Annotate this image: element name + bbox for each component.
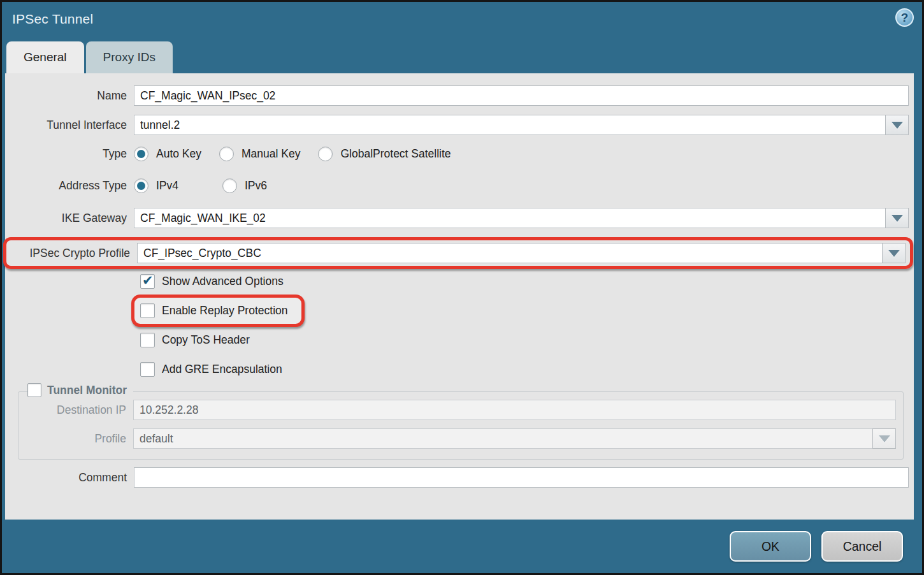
show-advanced-options-row: Show Advanced Options <box>140 274 909 289</box>
dialog-footer: OK Cancel <box>2 520 922 573</box>
dialog-title: IPSec Tunnel <box>12 11 93 26</box>
add-gre-encapsulation-row: Add GRE Encapsulation <box>140 362 909 377</box>
highlight-annotation-crypto-profile: IPSec Crypto Profile <box>3 237 913 269</box>
help-icon[interactable]: ? <box>895 8 914 27</box>
tunnel-interface-dropdown-button[interactable] <box>885 115 909 135</box>
profile-row: Profile <box>18 428 896 449</box>
ike-gateway-row: IKE Gateway <box>5 208 909 228</box>
radio-button-icon[interactable] <box>134 178 148 193</box>
comment-input[interactable] <box>134 467 909 488</box>
enable-replay-protection-label: Enable Replay Protection <box>162 304 287 317</box>
radio-button-icon[interactable] <box>219 147 234 161</box>
dialog-titlebar: IPSec Tunnel ? <box>2 2 922 41</box>
tab-proxy-ids[interactable]: Proxy IDs <box>86 41 173 73</box>
tunnel-interface-row: Tunnel Interface <box>5 115 909 135</box>
ipsec-crypto-profile-input[interactable] <box>137 243 882 263</box>
type-label: Type <box>5 147 134 161</box>
show-advanced-options-label: Show Advanced Options <box>162 275 284 288</box>
add-gre-encapsulation-checkbox[interactable] <box>140 362 155 377</box>
ok-button[interactable]: OK <box>730 531 811 562</box>
profile-input <box>133 428 872 449</box>
name-label: Name <box>5 89 134 103</box>
destination-ip-input <box>133 400 896 420</box>
radio-manual-key[interactable]: Manual Key <box>219 147 318 161</box>
profile-label: Profile <box>18 432 133 446</box>
ipsec-crypto-profile-label: IPSec Crypto Profile <box>8 247 137 260</box>
radio-ipv6[interactable]: IPv6 <box>222 178 285 193</box>
address-type-row: Address Type IPv4 IPv6 <box>5 176 909 195</box>
radio-ipv4-label: IPv4 <box>156 179 178 193</box>
tunnel-monitor-checkbox[interactable] <box>27 383 41 397</box>
radio-button-icon[interactable] <box>134 147 148 161</box>
profile-dropdown-button <box>872 428 896 449</box>
show-advanced-options-checkbox[interactable] <box>140 274 155 289</box>
copy-tos-header-label: Copy ToS Header <box>162 333 250 347</box>
tunnel-monitor-legend: Tunnel Monitor <box>27 383 133 397</box>
tunnel-monitor-fieldset: Tunnel Monitor Destination IP Profile <box>18 391 904 460</box>
chevron-down-icon <box>892 122 903 129</box>
destination-ip-row: Destination IP <box>18 400 896 420</box>
add-gre-encapsulation-label: Add GRE Encapsulation <box>162 363 282 376</box>
address-type-label: Address Type <box>5 179 134 193</box>
ike-gateway-input[interactable] <box>134 208 885 228</box>
advanced-options-section: Show Advanced Options Enable Replay Prot… <box>5 274 909 377</box>
ipsec-tunnel-dialog: IPSec Tunnel ? General Proxy IDs Name Tu… <box>0 0 924 575</box>
ipsec-crypto-profile-dropdown-button[interactable] <box>882 243 906 263</box>
tunnel-interface-input[interactable] <box>134 115 885 135</box>
tab-general[interactable]: General <box>6 41 84 73</box>
name-input[interactable] <box>134 85 909 106</box>
ike-gateway-dropdown-button[interactable] <box>885 208 909 228</box>
radio-button-icon[interactable] <box>318 147 333 161</box>
tunnel-monitor-label: Tunnel Monitor <box>47 384 127 397</box>
chevron-down-icon <box>879 435 890 442</box>
tunnel-interface-label: Tunnel Interface <box>5 119 134 132</box>
type-row: Type Auto Key Manual Key GlobalProtect S… <box>5 144 909 163</box>
destination-ip-label: Destination IP <box>18 404 133 417</box>
ike-gateway-label: IKE Gateway <box>5 212 134 225</box>
name-row: Name <box>5 85 909 106</box>
copy-tos-header-checkbox[interactable] <box>140 333 155 347</box>
cancel-button[interactable]: Cancel <box>821 531 903 562</box>
general-tab-panel: Name Tunnel Interface Type <box>5 73 914 520</box>
comment-row: Comment <box>5 467 909 488</box>
tab-bar: General Proxy IDs <box>2 41 922 73</box>
chevron-down-icon <box>892 215 903 222</box>
radio-ipv6-label: IPv6 <box>245 179 267 193</box>
radio-ipv4[interactable]: IPv4 <box>134 178 222 193</box>
ipsec-crypto-profile-row: IPSec Crypto Profile <box>8 243 906 263</box>
radio-globalprotect-satellite-label: GlobalProtect Satellite <box>340 147 451 161</box>
radio-globalprotect-satellite[interactable]: GlobalProtect Satellite <box>318 147 468 161</box>
copy-tos-header-row: Copy ToS Header <box>140 333 909 347</box>
enable-replay-protection-checkbox[interactable] <box>140 303 155 318</box>
radio-button-icon[interactable] <box>222 178 237 193</box>
comment-label: Comment <box>5 471 134 484</box>
radio-manual-key-label: Manual Key <box>242 147 300 161</box>
radio-auto-key-label: Auto Key <box>156 147 201 161</box>
radio-auto-key[interactable]: Auto Key <box>134 147 219 161</box>
chevron-down-icon <box>888 250 900 257</box>
highlight-annotation-replay-protection: Enable Replay Protection <box>131 295 305 327</box>
